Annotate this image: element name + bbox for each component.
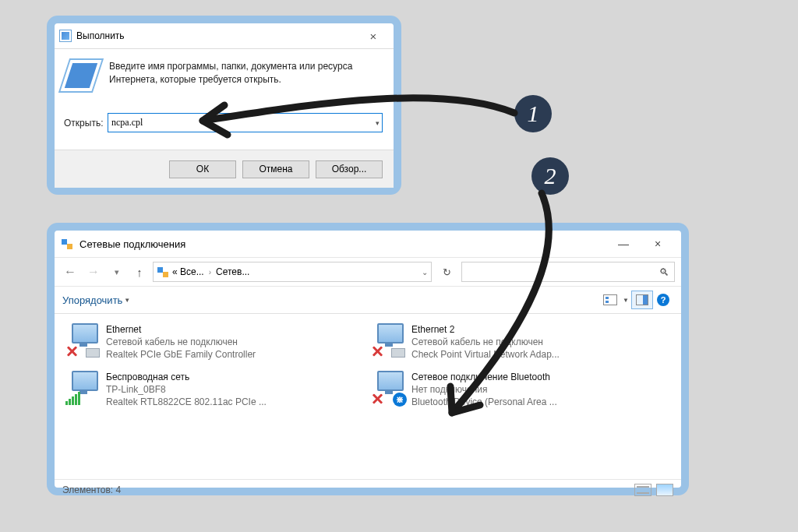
refresh-icon[interactable]: ↻ (436, 266, 457, 278)
connection-status: Нет подключения (411, 383, 557, 396)
forward-icon[interactable]: → (84, 265, 103, 279)
connection-text: Сетевое подключение BluetoothНет подключ… (411, 371, 557, 409)
connection-name: Беспроводная сеть (106, 371, 267, 383)
chevron-down-icon: ▼ (124, 297, 130, 304)
address-icon (157, 266, 169, 278)
step-badge-2: 2 (531, 157, 569, 195)
up-icon[interactable]: ↑ (131, 266, 148, 279)
cable-icon (391, 348, 405, 358)
search-input[interactable]: 🔍︎ (461, 262, 675, 282)
connection-device: Realtek PCIe GbE Family Controller (106, 348, 256, 361)
connection-status: TP-Link_0BF8 (106, 383, 267, 396)
open-input[interactable]: ncpa.cpl ▾ (108, 113, 383, 132)
connection-device: Bluetooth Device (Personal Area ... (411, 396, 557, 408)
back-icon[interactable]: ← (61, 265, 79, 279)
connection-device: Check Point Virtual Network Adap... (411, 348, 560, 361)
cable-icon (86, 348, 100, 358)
explorer-toolbar: Упорядочить ▼ ▼ ? (55, 287, 681, 314)
status-bar: Элементов: 4 (55, 479, 681, 500)
connection-name: Сетевое подключение Bluetooth (411, 371, 557, 383)
search-icon: 🔍︎ (659, 266, 669, 278)
organize-label: Упорядочить (62, 294, 122, 306)
ok-button[interactable]: ОК (169, 160, 236, 178)
step-badge-1: 1 (514, 95, 552, 132)
disconnected-icon (371, 393, 383, 405)
large-icons-view-icon[interactable] (656, 484, 673, 496)
breadcrumb-2[interactable]: Сетев... (216, 266, 249, 277)
network-adapter-icon (371, 323, 405, 358)
run-body: Введите имя программы, папки, документа … (55, 49, 394, 188)
connection-item[interactable]: Ethernet 2Сетевой кабель не подключенChe… (368, 319, 673, 366)
open-label: Открыть: (64, 118, 108, 129)
connection-status: Сетевой кабель не подключен (106, 336, 256, 348)
explorer-navbar: ← → ▾ ↑ « Все... › Сетев... ⌄ ↻ 🔍︎ (55, 257, 681, 287)
connection-device: Realtek RTL8822CE 802.11ac PCIe ... (106, 396, 267, 408)
open-input-value: ncpa.cpl (111, 117, 376, 129)
bluetooth-icon: ⋇ (393, 393, 407, 407)
run-title: Выполнить (76, 30, 358, 41)
connection-text: Ethernet 2Сетевой кабель не подключенChe… (411, 323, 560, 361)
view-button[interactable] (600, 291, 620, 308)
connection-item[interactable]: EthernetСетевой кабель не подключенRealt… (62, 319, 368, 366)
connections-grid: EthernetСетевой кабель не подключенRealt… (55, 314, 681, 479)
disconnected-icon (371, 345, 383, 358)
run-dialog-window: Выполнить × Введите имя программы, папки… (47, 16, 401, 195)
breadcrumb-chevron-icon[interactable]: › (207, 268, 213, 277)
disconnected-icon (65, 345, 78, 358)
organize-button[interactable]: Упорядочить ▼ (62, 294, 130, 306)
connection-text: EthernetСетевой кабель не подключенRealt… (106, 323, 256, 361)
connection-item[interactable]: ⋇Сетевое подключение BluetoothНет подклю… (368, 366, 673, 414)
run-open-row: Открыть: ncpa.cpl ▾ (64, 113, 383, 132)
run-description: Введите имя программы, папки, документа … (109, 60, 383, 87)
run-titlebar: Выполнить × (55, 23, 394, 49)
run-large-icon (64, 58, 98, 93)
details-view-icon[interactable] (634, 484, 651, 496)
close-button[interactable]: × (641, 238, 675, 250)
run-icon (59, 30, 72, 42)
run-button-bar: ОК Отмена Обзор... (55, 150, 394, 188)
network-connections-window: Сетевые подключения — × ← → ▾ ↑ « Все...… (47, 223, 689, 495)
control-panel-icon (61, 238, 73, 250)
view-dropdown-icon[interactable]: ▼ (620, 291, 631, 308)
network-adapter-icon: ⋇ (371, 371, 405, 405)
history-chevron-icon[interactable]: ▾ (108, 267, 126, 277)
address-bar[interactable]: « Все... › Сетев... ⌄ (153, 262, 432, 282)
connection-name: Ethernet (106, 323, 256, 336)
chevron-down-icon[interactable]: ▾ (376, 119, 380, 127)
explorer-titlebar: Сетевые подключения — × (55, 231, 681, 257)
minimize-button[interactable]: — (606, 238, 641, 250)
address-dropdown-icon[interactable]: ⌄ (422, 268, 428, 277)
help-button[interactable]: ? (653, 291, 673, 308)
preview-pane-button[interactable] (631, 291, 653, 309)
explorer-title: Сетевые подключения (79, 238, 606, 250)
wifi-signal-icon (65, 392, 80, 405)
close-icon[interactable]: × (358, 30, 389, 43)
connection-text: Беспроводная сетьTP-Link_0BF8Realtek RTL… (106, 371, 267, 409)
browse-button[interactable]: Обзор... (316, 160, 383, 178)
network-adapter-icon (65, 323, 100, 358)
connection-item[interactable]: Беспроводная сетьTP-Link_0BF8Realtek RTL… (62, 366, 368, 414)
breadcrumb-1[interactable]: « Все... (172, 266, 204, 277)
cancel-button[interactable]: Отмена (242, 160, 309, 178)
connection-name: Ethernet 2 (411, 323, 560, 336)
network-adapter-icon (65, 371, 100, 405)
connection-status: Сетевой кабель не подключен (411, 336, 560, 348)
status-text: Элементов: 4 (62, 484, 121, 495)
